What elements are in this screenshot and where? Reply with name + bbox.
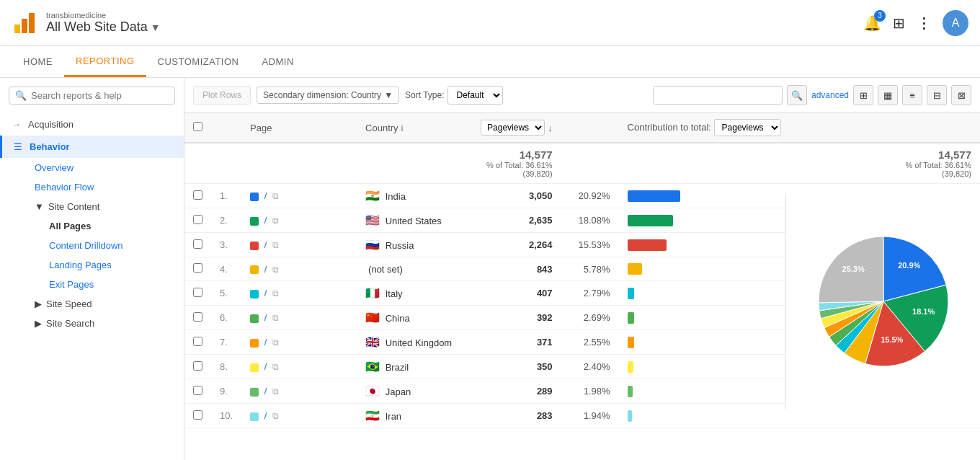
row-page: / ⧉ [241,404,357,428]
grid-icon[interactable]: ⊞ [893,14,905,32]
grid-view-button[interactable]: ⊞ [853,85,873,105]
row-country: 🇬🇧 United Kingdom [357,330,472,355]
site-info: transbiomedicine All Web Site Data ▼ [46,11,161,35]
sidebar-section: → Acquisition ☰ Behavior Overview Behavi… [0,113,184,333]
page-link[interactable]: / [264,264,267,275]
row-pageviews: 289 [472,379,561,404]
row-country: 🇮🇹 Italy [357,281,472,306]
secondary-dim-dropdown[interactable]: Secondary dimension: Country ▼ [257,87,399,104]
search-input[interactable] [31,90,169,101]
row-checkbox[interactable] [193,288,202,297]
bar-view-button[interactable]: ▦ [878,85,898,105]
copy-icon[interactable]: ⧉ [272,288,279,298]
row-page: / ⧉ [241,184,357,208]
nav-reporting[interactable]: REPORTING [64,47,146,77]
more-vert-icon[interactable]: ⋮ [917,14,931,32]
page-link[interactable]: / [264,361,267,372]
svg-text:18.1%: 18.1% [912,307,935,316]
sidebar-group-site-search[interactable]: ▶ Site Search [23,314,184,333]
row-checkbox[interactable] [193,337,202,346]
row-pageviews: 283 [472,404,561,428]
nav-customization[interactable]: CUSTOMIZATION [146,48,251,76]
pie-chart-svg: 20.9%18.1%15.5%25.3% [804,208,963,395]
row-num: 8. [211,355,241,379]
copy-icon[interactable]: ⧉ [272,411,279,421]
svg-rect-2 [29,13,35,33]
copy-icon[interactable]: ⧉ [272,337,279,348]
list-view-button[interactable]: ≡ [902,85,922,105]
row-checkbox[interactable] [193,312,202,322]
row-pageviews: 350 [472,355,561,379]
contribution-select[interactable]: Pageviews [714,119,781,136]
row-pageviews: 407 [472,281,561,306]
nav-admin[interactable]: ADMIN [250,48,305,76]
sidebar-item-exit-pages[interactable]: Exit Pages [37,275,184,294]
select-all-checkbox[interactable] [193,122,202,131]
sidebar-item-landing-pages[interactable]: Landing Pages [37,255,184,275]
page-link[interactable]: / [264,215,267,226]
summary-pv2-sub: (39,820) [628,169,971,178]
table-search-input[interactable] [653,86,783,105]
page-link[interactable]: / [264,190,267,201]
toolbar: Plot Rows Secondary dimension: Country ▼… [184,78,980,113]
row-pct: 5.78% [561,257,619,281]
th-page-label: Page [250,123,272,133]
search-box[interactable]: 🔍 [9,87,175,105]
sort-wrap: Sort Type: Default [405,86,502,105]
copy-icon[interactable]: ⧉ [272,362,279,372]
pageviews-select[interactable]: Pageviews [481,120,545,136]
site-title[interactable]: All Web Site Data ▼ [46,19,161,35]
search-button[interactable]: 🔍 [787,85,807,105]
pie-chart-container: 20.9%18.1%15.5%25.3% [785,193,980,410]
row-pct: 1.94% [561,404,619,428]
dropdown-icon[interactable]: ▼ [151,22,161,33]
row-num: 5. [211,281,241,306]
advanced-link[interactable]: advanced [811,90,849,100]
page-link[interactable]: / [264,386,267,397]
sort-down-arrow: ↓ [548,123,553,133]
row-checkbox[interactable] [193,386,202,395]
nav-home[interactable]: HOME [12,48,64,76]
sidebar-item-all-pages[interactable]: All Pages [37,216,184,236]
copy-icon[interactable]: ⧉ [272,216,279,226]
sidebar-group-site-content[interactable]: ▼ Site Content [23,197,184,216]
sidebar-item-acquisition[interactable]: → Acquisition [0,113,184,136]
row-checkbox[interactable] [193,263,202,273]
th-page: Page [241,113,357,143]
page-link[interactable]: / [264,337,267,348]
row-checkbox[interactable] [193,190,202,200]
row-checkbox[interactable] [193,410,202,420]
country-name: Japan [386,386,411,397]
copy-icon[interactable]: ⧉ [272,265,279,275]
page-link[interactable]: / [264,312,267,323]
avatar[interactable]: A [943,10,968,36]
pivot-view-button[interactable]: ⊠ [951,85,971,105]
sort-select[interactable]: Default [447,86,503,105]
page-link[interactable]: / [264,410,267,421]
sidebar-item-behavior-flow[interactable]: Behavior Flow [23,177,184,197]
row-num: 9. [211,379,241,404]
sidebar-group-site-speed[interactable]: ▶ Site Speed [23,294,184,314]
row-checkbox[interactable] [193,215,202,224]
sidebar-item-overview[interactable]: Overview [23,158,184,177]
page-link[interactable]: / [264,239,267,250]
sidebar-item-behavior[interactable]: ☰ Behavior [0,136,184,158]
copy-icon[interactable]: ⧉ [272,240,279,250]
country-flag: 🇺🇸 [365,214,380,226]
copy-icon[interactable]: ⧉ [272,191,279,201]
row-checkbox[interactable] [193,361,202,371]
country-name: United States [386,216,442,226]
sidebar-item-content-drilldown[interactable]: Content Drilldown [37,236,184,255]
country-name: Russia [386,240,414,251]
page-link[interactable]: / [264,288,267,298]
plot-rows-button[interactable]: Plot Rows [193,86,251,105]
row-num: 2. [211,208,241,233]
filter-view-button[interactable]: ⊟ [927,85,947,105]
row-checkbox[interactable] [193,239,202,249]
copy-icon[interactable]: ⧉ [272,386,279,397]
notification-bell[interactable]: 🔔 3 [863,14,881,32]
country-flag: 🇷🇺 [365,239,380,251]
acquisition-icon: → [12,119,21,130]
copy-icon[interactable]: ⧉ [272,313,279,323]
th-pageviews[interactable]: Pageviews ↓ [472,113,561,143]
